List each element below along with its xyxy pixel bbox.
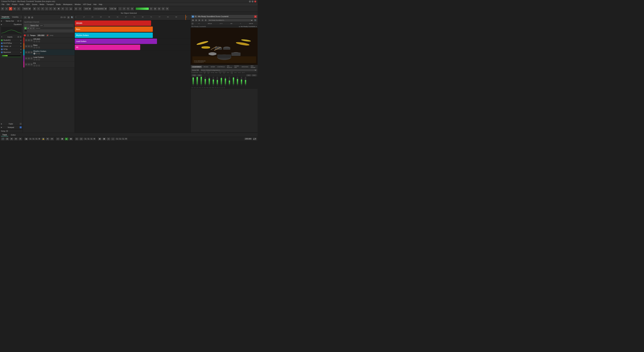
pl-btn-2[interactable]: ⊞ [195, 19, 198, 22]
plugin-compressor[interactable]: Compr...or ▶ [0, 45, 23, 48]
tb-tool1[interactable]: ↖ [37, 7, 40, 11]
pl-nav-counterkit[interactable]: COUNTERKIT [191, 66, 202, 68]
tr-punch[interactable]: ▼ [18, 137, 22, 140]
tr-rec2[interactable]: ⏺ [98, 137, 102, 140]
menu-project[interactable]: Project [11, 3, 18, 6]
tr-punch-out[interactable]: ▼ [50, 137, 54, 140]
io-mute-dot[interactable] [27, 24, 30, 27]
track-mute-lead-guitars[interactable]: M [28, 57, 30, 60]
track-vis-drums[interactable]: ● [25, 39, 27, 42]
tb-settings2[interactable]: ⊠ [153, 7, 157, 11]
track-mini2-rhythm-guitars[interactable] [36, 53, 38, 55]
io-extra1[interactable] [24, 30, 27, 32]
track-mute-rhythm-guitars[interactable]: M [28, 51, 30, 54]
tab-track[interactable]: Track [1, 133, 8, 136]
tb-tool2[interactable]: ✏ [41, 7, 44, 11]
tb-tool8[interactable]: ♫ [65, 7, 68, 11]
track-mini3-drums[interactable] [38, 41, 40, 43]
track-vis-fx[interactable]: ● [25, 63, 27, 66]
pl-nav-mixer[interactable]: MIXER [210, 66, 216, 68]
tr-metronome2[interactable]: ♩ [111, 137, 115, 140]
pl-nav-mixbusfx[interactable]: MIX BUS FX [226, 65, 233, 69]
menu-studio[interactable]: Studio [55, 3, 62, 6]
setup-label[interactable]: Setup [1, 130, 5, 132]
preset-prev[interactable]: ◀ [239, 26, 240, 27]
tempo-pin-btn[interactable]: 📌 [46, 34, 49, 37]
io-visibility-dot[interactable] [24, 24, 27, 27]
add-track-button[interactable]: + [24, 16, 27, 19]
menu-transport[interactable]: Transport [46, 3, 55, 6]
tb-settings1[interactable]: ⊡ [149, 7, 153, 11]
setup-icon[interactable]: ⚙ [6, 130, 8, 132]
arrange-clip-fx[interactable]: FX [75, 45, 140, 50]
tb-s[interactable]: S [5, 7, 8, 11]
arrange-clip-lead-guitars[interactable]: Lead Guitars [75, 39, 157, 44]
touch-mode-select[interactable]: Touch [22, 7, 31, 11]
preset-next[interactable]: ▶ [256, 26, 257, 27]
tr-stop2[interactable]: ⏹ [102, 137, 106, 140]
track-mini2-fx[interactable] [36, 65, 38, 67]
track-mini1-bass[interactable] [33, 47, 36, 49]
tb-extra1[interactable]: ⟨ [118, 7, 122, 11]
tr-next-marker[interactable]: ⟩⟩ [79, 137, 83, 140]
io-volume-label[interactable]: Volume [35, 27, 73, 29]
menu-scores[interactable]: Scores [31, 3, 38, 6]
maximize-button[interactable]: □ [252, 1, 254, 3]
track-mute-bass[interactable]: M [28, 45, 30, 48]
note-select[interactable]: 1/16 [109, 7, 117, 11]
fader-bar-hihat[interactable] [213, 77, 214, 85]
tracklist-search[interactable]: 🔍 [70, 16, 74, 19]
tb-tool5[interactable]: ⊕ [53, 7, 56, 11]
stereo-out-btn1[interactable]: ▶ [17, 20, 19, 22]
minimize-button[interactable]: – [249, 1, 251, 3]
io-volume[interactable]: 0.00 [39, 25, 44, 27]
track-mini3-fx[interactable] [38, 65, 40, 67]
track-mini3-rhythm-guitars[interactable] [38, 53, 40, 55]
track-solo-rhythm-guitars[interactable]: S [30, 51, 33, 54]
fader-bar-roomm[interactable] [225, 77, 226, 85]
tracklist-filter[interactable]: ☰ [67, 16, 70, 19]
tb-tool7[interactable]: ⟲ [61, 7, 64, 11]
tb-settings4[interactable]: ⊟ [161, 7, 165, 11]
inserts-btn1[interactable]: ⊕ [17, 36, 19, 38]
fader-bar-snare[interactable] [200, 77, 202, 85]
track-row-rhythm-guitars[interactable]: ● M S Rhythm Guitars [23, 49, 75, 55]
io-btn-eq[interactable]: ◇ [32, 27, 35, 29]
tr-mix[interactable]: ≡ [107, 137, 110, 140]
plugin-preset-select[interactable]: Mix-Ready Soundblind D... [208, 19, 253, 22]
pl-nav-bleedmix[interactable]: BLEED MIX [234, 65, 240, 69]
close-button[interactable]: × [254, 1, 256, 3]
notepad-section[interactable]: ▶ Notepad □ [0, 126, 23, 129]
tr-punch-in[interactable]: ▼ [46, 137, 50, 140]
tb-r[interactable]: R [9, 7, 12, 11]
pl2-btn1[interactable]: ↺ [191, 23, 194, 25]
tb-tool9[interactable]: ☁ [69, 7, 72, 11]
tr-click[interactable]: ▼ [10, 137, 14, 140]
tr-tempo[interactable]: 205.000 [244, 138, 252, 140]
tb-extra2[interactable]: ↺ [122, 7, 126, 11]
track-mini3-bass[interactable] [38, 47, 40, 49]
notepad-btn[interactable]: □ [20, 126, 22, 128]
plugin-power-btn[interactable]: ⏻ [192, 16, 194, 18]
menu-hub[interactable]: Hub [92, 3, 98, 6]
inserts-section[interactable]: ▼ Inserts ⊕ ↺ [0, 35, 23, 39]
fader-bar-snr3[interactable] [245, 77, 246, 85]
tb-snap[interactable]: ⊞ [33, 7, 36, 11]
inspector-tab[interactable]: Inspector [1, 16, 10, 19]
inspector-menu-icon[interactable]: ≡ [21, 16, 22, 18]
io-btn-e[interactable]: e [30, 27, 32, 29]
tb-loop[interactable]: ↺ [78, 7, 82, 11]
fader-ctrl1[interactable]: 0.0 [192, 74, 197, 77]
fader-bar-countkit[interactable] [192, 77, 194, 85]
tb-tool4[interactable]: ✂ [49, 7, 52, 11]
track-mini2-bass[interactable] [36, 47, 38, 49]
arrange-clip-drums[interactable]: DRUMS [75, 21, 151, 26]
menu-vstcloud[interactable]: VST Cloud [82, 3, 92, 6]
tr-loop-enable[interactable]: 🔒 [42, 137, 45, 140]
plugin-studioeq[interactable]: StudioEQ ▶ [0, 39, 23, 42]
stereo-out-section[interactable]: ▶ Stereo Out ▶ ↺ [0, 19, 23, 23]
equalizers-section[interactable]: ▶ Equalizers [0, 23, 23, 26]
pl-nav-drums[interactable]: DRUMS [202, 66, 209, 68]
pl-btn-4[interactable]: ⊟ [201, 19, 204, 22]
track-mini2-lead-guitars[interactable] [36, 59, 38, 61]
